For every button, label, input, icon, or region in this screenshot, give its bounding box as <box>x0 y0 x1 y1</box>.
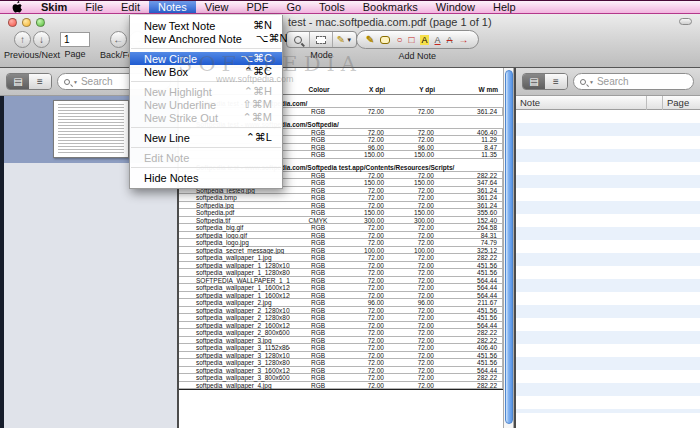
menubar-item-go[interactable]: Go <box>277 1 310 13</box>
cell-wmm: 264.58 <box>446 224 502 232</box>
table-row: softpedia_wallpaper_1_1280x1024.jpgRGB72… <box>179 261 503 270</box>
table-row: softpedia_wallpaper_1_1280x800.jpgRGB72.… <box>179 268 503 277</box>
underline-note-icon[interactable]: A <box>435 35 441 45</box>
cell-ydpi: 72.00 <box>396 367 446 375</box>
titlebar[interactable]: test - mac.softpedia.com.pdf (page 1 of … <box>0 14 700 30</box>
page-thumbnail[interactable] <box>53 100 129 158</box>
menu-item-new-line[interactable]: New Line⌃⌘L <box>130 131 282 144</box>
table-row: softpedia.bmpRGB72.0072.00361.24 <box>179 193 503 202</box>
cell-ydpi: 72.00 <box>396 232 446 240</box>
cell-wmm: 84.31 <box>446 232 502 240</box>
mode-label: Mode <box>286 50 357 60</box>
back-button[interactable]: ← <box>110 31 127 48</box>
cell-wmm: 282.22 <box>446 374 502 382</box>
cell-filename: softpedia_wallpaper_4.jpg <box>179 382 290 390</box>
add-note-group: ✎ ○ □ A A A → Add Note <box>356 30 479 61</box>
table-row: softpedia_wallpaper_1_1600x1200.jpgRGB72… <box>179 291 503 300</box>
thumbnail-content <box>58 104 124 154</box>
thumbnail-view-button[interactable]: ▤ <box>7 74 29 89</box>
cell-wmm: 564.44 <box>446 322 502 330</box>
menu-item-new-circle[interactable]: New Circle⌥⌘C <box>130 52 282 65</box>
cell-filename: Softpedia.tif <box>179 217 290 225</box>
menubar-item-view[interactable]: View <box>196 1 238 13</box>
notes-panel-divider[interactable] <box>514 68 516 428</box>
cell-colour: RGB <box>290 209 346 217</box>
toolbar-toggle-button[interactable] <box>679 18 692 25</box>
column-header-colour: Colour <box>291 86 347 93</box>
select-tool-button[interactable] <box>310 32 333 47</box>
cell-xdpi: 72.00 <box>346 314 396 322</box>
page-column-header[interactable]: Page <box>663 96 700 110</box>
cell-ydpi: 150.00 <box>396 151 446 159</box>
table-row: Softpedia.tifCMYK300.00300.00152.40 <box>179 216 503 225</box>
circle-note-icon[interactable]: ○ <box>396 35 402 45</box>
anchored-note-icon[interactable] <box>380 36 390 44</box>
menubar-item-pdf[interactable]: PDF <box>237 1 277 13</box>
box-note-icon[interactable]: □ <box>408 35 414 45</box>
type-column-header[interactable] <box>647 96 663 110</box>
outline-view-button[interactable]: ≡ <box>29 74 51 89</box>
zoom-tool-button[interactable] <box>287 32 310 47</box>
cell-xdpi: 72.00 <box>346 129 396 137</box>
table-row: softpedia_wallpaper_1.jpgRGB72.0072.0028… <box>179 253 503 262</box>
vertical-scrollbar[interactable] <box>503 68 514 428</box>
menu-item-label: New Highlight <box>144 86 212 98</box>
cell-colour: RGB <box>290 314 346 322</box>
table-row: softpedia_wallpaper_3_1280x1024.jpgRGB72… <box>179 351 503 360</box>
notes-search-field[interactable]: ▼ <box>573 73 694 90</box>
page-number-input[interactable] <box>60 32 90 47</box>
apple-menu-icon[interactable] <box>12 1 22 13</box>
snapshots-view-button[interactable]: ≡ <box>545 74 567 89</box>
next-page-button[interactable]: ↓ <box>33 31 50 48</box>
cell-xdpi: 72.00 <box>346 172 396 180</box>
note-column-header[interactable]: Note <box>516 96 647 110</box>
table-row: softpedia_logo.jpgRGB72.0072.0074.79 <box>179 238 503 247</box>
text-note-icon[interactable]: ✎ <box>366 35 374 45</box>
cell-wmm: 355.60 <box>446 209 502 217</box>
minimize-button[interactable] <box>22 18 31 27</box>
menubar-item-file[interactable]: File <box>76 1 112 13</box>
line-note-icon[interactable]: → <box>459 35 469 45</box>
cell-ydpi: 72.00 <box>396 382 446 390</box>
add-note-label: Add Note <box>356 51 479 61</box>
menubar-item-help[interactable]: Help <box>484 1 525 13</box>
note-tool-button[interactable]: ✎▼ <box>333 32 356 47</box>
menubar-item-window[interactable]: Window <box>427 1 484 13</box>
menu-item-new-text-note[interactable]: New Text Note⌘N <box>130 19 282 32</box>
menu-item-shortcut: ⌃⌘M <box>243 111 272 124</box>
notes-table-header: Note Page <box>516 96 700 110</box>
menu-item-new-box[interactable]: New Box⌃⌘C <box>130 65 282 78</box>
highlight-note-icon[interactable]: A <box>420 35 428 45</box>
menu-item-hide-notes[interactable]: Hide Notes <box>130 171 282 184</box>
column-header-y-dpi: Y dpi <box>397 86 447 93</box>
previous-page-button[interactable]: ↑ <box>14 31 31 48</box>
menubar-item-tools[interactable]: Tools <box>310 1 354 13</box>
cell-ydpi: 150.00 <box>396 209 446 217</box>
cell-filename: softpedia_wallpaper_1_1600x1200.jpg <box>179 292 290 300</box>
search-options-caret-icon: ▼ <box>589 79 594 85</box>
cell-ydpi: 72.00 <box>396 307 446 315</box>
left-arrow-icon: ← <box>113 34 123 45</box>
notes-search-input[interactable] <box>597 76 687 87</box>
cell-colour: RGB <box>290 254 346 262</box>
cell-xdpi: 72.00 <box>346 382 396 390</box>
notes-list-view-button[interactable]: ▤ <box>523 74 545 89</box>
scrollbar-thumb[interactable] <box>505 70 513 424</box>
cell-xdpi: 72.00 <box>346 374 396 382</box>
menubar-item-bookmarks[interactable]: Bookmarks <box>354 1 427 13</box>
cell-xdpi: 72.00 <box>346 187 396 195</box>
close-button[interactable] <box>8 18 17 27</box>
cell-ydpi: 72.00 <box>396 284 446 292</box>
cell-ydpi: 72.00 <box>396 202 446 210</box>
strikeout-note-icon[interactable]: A <box>447 35 453 45</box>
menubar-item-edit[interactable]: Edit <box>112 1 149 13</box>
menubar-item-notes[interactable]: Notes <box>149 1 196 13</box>
cell-ydpi: 72.00 <box>396 172 446 180</box>
menu-item-new-anchored-note[interactable]: New Anchored Note⌥⌘N <box>130 32 282 45</box>
menubar-item-skim[interactable]: Skim <box>32 1 76 13</box>
notes-panel-controls: ▤ ≡ ▼ <box>516 68 700 96</box>
cell-colour: CMYK <box>290 217 346 225</box>
search-icon <box>64 79 70 85</box>
zoom-button[interactable] <box>36 18 45 27</box>
menu-item-shortcut: ⌥⌘N <box>256 32 288 45</box>
